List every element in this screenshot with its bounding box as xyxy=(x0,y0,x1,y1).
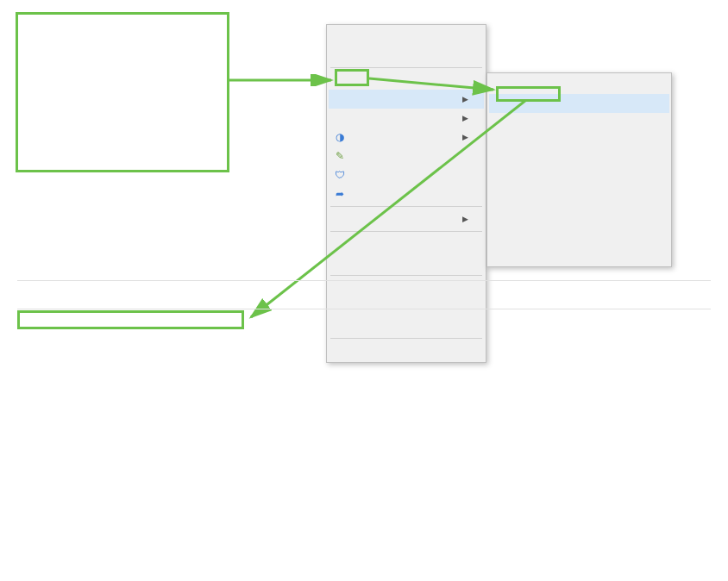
sub-compress-7z-email[interactable] xyxy=(489,208,669,227)
sub-extract-files[interactable] xyxy=(489,75,669,94)
sub-extract-to[interactable] xyxy=(489,113,669,132)
arrow-1 xyxy=(229,74,336,86)
sub-add-zip[interactable] xyxy=(489,227,669,246)
ctx-notepad[interactable]: ✎ xyxy=(329,147,484,166)
separator xyxy=(330,275,482,276)
ctx-open-new-window[interactable] xyxy=(329,46,484,65)
separator xyxy=(330,231,482,232)
separator xyxy=(330,67,482,68)
separator xyxy=(330,338,482,339)
sub-test-archive[interactable] xyxy=(489,132,669,151)
chevron-right-icon: ▶ xyxy=(462,95,468,103)
context-menu: ▶ ▶ ◑▶ ✎ 🛡 ➦ ▶ xyxy=(326,24,486,363)
ctx-rename[interactable] xyxy=(329,316,484,335)
selection-highlight-box xyxy=(16,12,229,172)
chevron-right-icon: ▶ xyxy=(462,114,468,122)
sub-extract-here[interactable] xyxy=(489,94,669,113)
sub-add-archive[interactable] xyxy=(489,151,669,170)
chevron-right-icon: ▶ xyxy=(462,215,468,223)
highlight-extracted-folder xyxy=(17,310,244,329)
ctx-cut[interactable] xyxy=(329,234,484,253)
notepad-icon: ✎ xyxy=(332,148,348,164)
share-icon: ➦ xyxy=(332,186,348,202)
ctx-crc-sha[interactable]: ▶ xyxy=(329,109,484,128)
separator xyxy=(330,206,482,207)
bottom-file-pane xyxy=(17,280,711,309)
ctx-copy[interactable] xyxy=(329,253,484,272)
ctx-open[interactable] xyxy=(329,27,484,46)
ctx-extract-all[interactable] xyxy=(329,71,484,90)
ctx-send-to[interactable]: ▶ xyxy=(329,209,484,228)
sub-add-7z[interactable] xyxy=(489,189,669,208)
compass-icon: ◑ xyxy=(332,129,348,145)
ctx-7zip[interactable]: ▶ xyxy=(329,90,484,109)
shield-icon: 🛡 xyxy=(332,167,348,183)
sub-compress-email[interactable] xyxy=(489,170,669,189)
ctx-share[interactable]: ➦ xyxy=(329,184,484,203)
column-headers xyxy=(17,280,711,309)
ctx-3dexperience[interactable]: ◑▶ xyxy=(329,128,484,147)
ctx-properties[interactable] xyxy=(329,341,484,360)
ctx-defender[interactable]: 🛡 xyxy=(329,166,484,184)
chevron-right-icon: ▶ xyxy=(462,133,468,141)
sub-compress-zip-email[interactable] xyxy=(489,246,669,265)
submenu-7zip xyxy=(486,72,672,267)
